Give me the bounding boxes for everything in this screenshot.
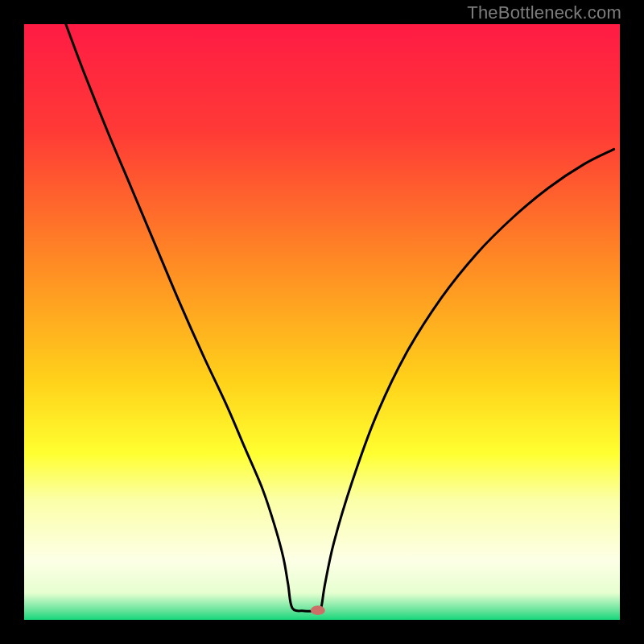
chart-frame: TheBottleneck.com (0, 0, 644, 644)
watermark-text: TheBottleneck.com (467, 2, 621, 23)
gradient-background (24, 24, 620, 620)
chart-svg (24, 24, 620, 620)
optimum-marker (311, 605, 325, 615)
plot-area (24, 24, 620, 620)
